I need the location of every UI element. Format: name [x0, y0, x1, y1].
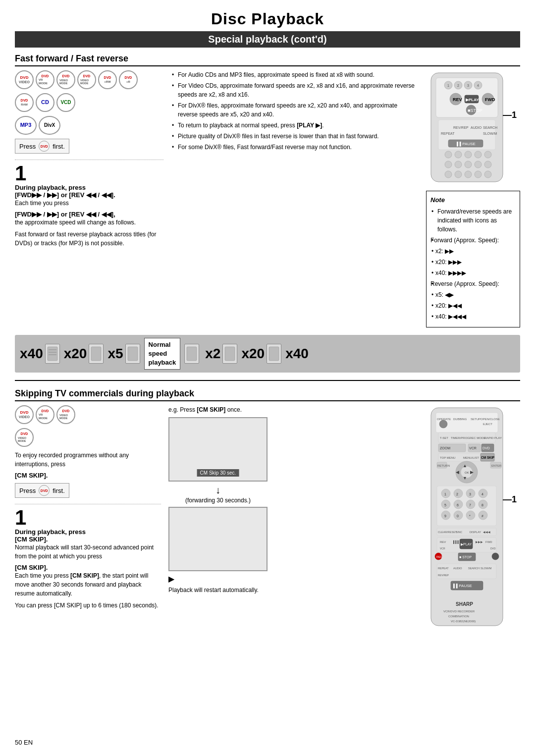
note-item-reverse: Reverse (Approx. Speed):: [430, 279, 516, 288]
speed-bar: x40 x20 x5 Normalspeedplayback: [15, 335, 520, 373]
svg-text:OK: OK: [465, 471, 469, 474]
svg-text:REV: REV: [453, 97, 462, 102]
skip-disc-badge-dvd-vr: DVD VR MODE: [36, 405, 54, 424]
skip-disc-badge-dvd-video: DVD VIDEO: [15, 405, 34, 424]
svg-text:2: 2: [457, 84, 459, 87]
svg-text:REC MODE: REC MODE: [470, 436, 485, 439]
skip-up-to: You can press [CM SKIP] up to 6 times (1…: [15, 601, 161, 610]
fast-forward-section: Fast forward / Fast reverse DVD VIDEO DV…: [15, 54, 520, 373]
skip-press-suffix: first.: [53, 487, 65, 494]
svg-text:FWD: FWD: [485, 97, 495, 102]
fast-forward-left: DVD VIDEO DVD VR MODE DVD VIDEO MODE: [15, 70, 163, 327]
page-number: 50 EN: [15, 739, 33, 746]
svg-text:▶: ▶: [470, 470, 474, 475]
disc-badge-dvd-videomode2: DVD VIDEO MODE: [77, 70, 96, 89]
disc-icons-row2: DVD RAM CD VCD: [15, 93, 163, 112]
skip-remote-arrow-1: —1: [503, 494, 517, 505]
svg-text:4: 4: [477, 84, 479, 87]
skip-disc-badge-dvd-videomode: DVD VIDEO MODE: [56, 405, 75, 424]
svg-text:SEARCH: SEARCH: [468, 567, 480, 570]
svg-text:MENU/LIST: MENU/LIST: [463, 456, 479, 459]
svg-text:VCR: VCR: [440, 547, 445, 550]
during-playback-label: During playback, press: [15, 184, 163, 191]
page: Disc Playback Special playback (cont'd) …: [0, 0, 535, 756]
svg-text:5: 5: [444, 503, 446, 507]
press-first-box: Press DVD first.: [15, 139, 69, 154]
fast-forward-content: DVD VIDEO DVD VR MODE DVD VIDEO MODE: [15, 70, 520, 327]
svg-rect-48: [225, 347, 235, 361]
playback-restart: Playback will restart automatically.: [168, 586, 419, 594]
svg-text:VCR: VCR: [469, 446, 477, 450]
svg-text:SLOW/M: SLOW/M: [481, 567, 492, 570]
svg-text:▌▌PAUSE: ▌▌PAUSE: [457, 141, 476, 147]
disc-badge-dvd-video: DVD VIDEO: [15, 70, 34, 89]
svg-text:#: #: [482, 514, 483, 518]
fast-forward-middle: For Audio CDs and MP3 files, approximate…: [171, 70, 419, 327]
svg-text:1: 1: [444, 492, 446, 496]
note-box: Note Forward/reverse speeds are indicate…: [426, 191, 520, 327]
svg-text:▌▌PAUSE: ▌▌PAUSE: [453, 583, 472, 589]
disc-badge-dvd-plusrw: DVD +RW: [98, 70, 117, 89]
skip-step-number: 1: [15, 507, 161, 528]
svg-point-36: [445, 171, 452, 178]
svg-text:0: 0: [457, 514, 459, 518]
svg-point-29: [475, 151, 482, 158]
section-divider: [15, 380, 520, 381]
svg-text:▲: ▲: [463, 463, 467, 468]
skipping-middle: e.g. Press [CM SKIP] once. CM Skip 30 se…: [168, 405, 419, 630]
skip-disc-icons-row2: DVD VIDEO MODE: [15, 428, 161, 447]
svg-text:▶▶▶: ▶▶▶: [476, 540, 483, 543]
svg-text:DVD: DVD: [482, 446, 490, 450]
disc-badge-cd: CD: [36, 93, 54, 112]
svg-text:DVD: DVD: [490, 547, 496, 550]
skip-instruction: Normal playback will start 30-second adv…: [15, 543, 161, 561]
svg-point-30: [484, 151, 491, 158]
disc-icons-row3: MP3 DivX: [15, 116, 163, 135]
speed-x20-right: x20: [241, 344, 281, 364]
bullet-item-3: For DivX® files, approximate forward spe…: [171, 101, 419, 119]
disc-icons-row: DVD VIDEO DVD VR MODE DVD VIDEO MODE: [15, 70, 163, 89]
svg-text:FWD: FWD: [485, 540, 492, 543]
remote-svg-full: OPERATE DUBBING SETUP OPEN/CLOSE EJECT T…: [426, 405, 508, 628]
svg-text:EJECT: EJECT: [483, 423, 492, 426]
skipping-right: —1 OPERATE DUBBING SETUP OPEN/CLOSE EJEC…: [426, 405, 520, 630]
svg-rect-45: [91, 347, 101, 361]
svg-text:▌▌▌: ▌▌▌: [453, 540, 460, 544]
svg-text:*: *: [469, 514, 471, 518]
svg-text:2: 2: [456, 492, 458, 496]
svg-text:REV: REV: [440, 540, 446, 543]
svg-text:■ STOP: ■ STOP: [459, 555, 472, 559]
svg-text:9: 9: [444, 514, 446, 518]
svg-text:REPEAT: REPEAT: [441, 132, 455, 135]
eg-press: e.g. Press [CM SKIP] once.: [168, 405, 419, 414]
svg-text:◀◀◀: ◀◀◀: [483, 531, 490, 534]
svg-point-31: [445, 161, 452, 168]
svg-text:3: 3: [469, 492, 471, 496]
disc-badge-dvd-plusr: DVD +R: [119, 70, 138, 89]
press-first-label: Press: [19, 143, 36, 150]
svg-text:AUDIO: AUDIO: [453, 567, 462, 570]
svg-text:▼: ▼: [463, 476, 467, 481]
forwarding-text: (forwarding 30 seconds.): [168, 497, 268, 504]
svg-text:SETUP: SETUP: [471, 418, 481, 421]
svg-text:DISPLAY: DISPLAY: [470, 531, 481, 534]
svg-text:DUBBING: DUBBING: [453, 418, 467, 421]
svg-text:■STOP: ■STOP: [468, 108, 482, 113]
skip-cm-skip-ref: [CM SKIP].: [15, 564, 161, 571]
svg-text:8: 8: [482, 503, 483, 507]
svg-point-106: [466, 511, 475, 520]
skip-disc-badge-dvd-videomode2: DVD VIDEO MODE: [15, 428, 34, 447]
svg-text:T-SET: T-SET: [440, 436, 448, 439]
svg-text:SLOW/M: SLOW/M: [483, 132, 497, 135]
note-item-rx20: x20: ▶◀◀: [430, 301, 516, 310]
speed-x20-left: x20: [64, 344, 104, 364]
svg-point-28: [465, 151, 472, 158]
svg-text:RETURN: RETURN: [437, 464, 450, 467]
skip-dvd-icon: DVD: [39, 485, 50, 496]
skipping-left: DVD VIDEO DVD VR MODE DVD VIDEO MODE DVD: [15, 405, 161, 630]
disc-badge-dvd-ram: DVD RAM: [15, 93, 34, 112]
skip-intro: To enjoy recorded programmes without any…: [15, 451, 161, 469]
svg-text:7: 7: [469, 503, 471, 507]
svg-rect-41: [48, 347, 57, 361]
skipping-heading: Skipping TV commercials during playback: [15, 388, 520, 401]
